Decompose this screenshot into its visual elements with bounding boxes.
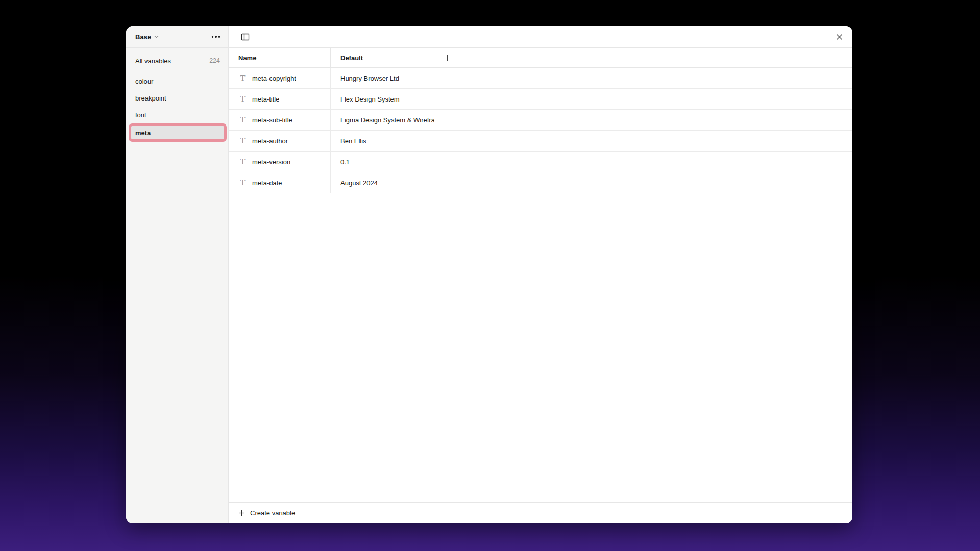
variable-name: meta-author [252,137,288,145]
add-mode-button[interactable] [440,51,454,64]
variable-default-value: Hungry Browser Ltd [340,74,399,82]
variable-name: meta-version [252,158,290,166]
table-row[interactable]: T meta-author Ben Ellis [229,131,852,152]
sidebar-item-breakpoint[interactable]: breakpoint [126,90,228,107]
all-variables-label: All variables [135,57,171,65]
variables-modal: Base All variables 224 colour [126,26,852,523]
create-variable-button[interactable]: Create variable [238,509,295,517]
desktop-background: { "collection": { "name": "Base", "more_… [0,0,980,551]
variable-name: meta-title [252,95,279,103]
close-icon [836,34,843,40]
variable-name: meta-sub-title [252,116,292,124]
column-header-name: Name [229,48,331,67]
variable-name: meta-copyright [252,74,296,82]
variable-default-value: August 2024 [340,179,378,187]
variable-default-value: Figma Design System & Wirefram [340,116,434,124]
sidebar-header: Base [126,26,228,48]
string-type-icon: T [238,116,247,124]
column-header-default: Default [331,48,434,67]
collection-name: Base [135,33,151,41]
plus-icon [444,55,451,61]
string-type-icon: T [238,179,247,187]
sidebar-item-font[interactable]: font [126,107,228,123]
chevron-down-icon [154,35,159,38]
variables-sidebar: Base All variables 224 colour [126,26,229,523]
string-type-icon: T [238,137,247,145]
panel-toggle-icon [241,33,250,41]
toggle-sidebar-button[interactable] [238,30,252,44]
sidebar-list: All variables 224 colour breakpoint font… [126,48,228,142]
sidebar-item-all-variables[interactable]: All variables 224 [126,52,228,70]
table-row[interactable]: T meta-version 0.1 [229,152,852,172]
variables-table: Name Default T meta-copyright [229,48,852,193]
table-row[interactable]: T meta-copyright Hungry Browser Ltd [229,68,852,89]
variables-main-panel: Name Default T meta-copyright [229,26,852,523]
sidebar-item-meta[interactable]: meta [129,123,227,142]
table-empty-area [229,193,852,502]
ellipsis-icon [212,36,214,38]
plus-icon [238,510,245,516]
sidebar-item-colour[interactable]: colour [126,73,228,90]
table-row[interactable]: T meta-title Flex Design System [229,89,852,110]
footer: Create variable [229,502,852,523]
more-options-button[interactable] [211,33,222,41]
table-row[interactable]: T meta-sub-title Figma Design System & W… [229,110,852,131]
table-header-row: Name Default [229,48,852,68]
variable-name: meta-date [252,179,282,187]
toolbar [229,26,852,48]
table-row[interactable]: T meta-date August 2024 [229,172,852,193]
string-type-icon: T [238,74,247,82]
string-type-icon: T [238,95,247,103]
collection-dropdown[interactable]: Base [135,33,159,41]
close-button[interactable] [832,30,846,44]
string-type-icon: T [238,158,247,166]
sidebar-groups: colour breakpoint font meta [126,73,228,142]
variable-default-value: Ben Ellis [340,137,366,145]
variable-default-value: Flex Design System [340,95,400,103]
create-variable-label: Create variable [250,509,295,517]
variable-default-value: 0.1 [340,158,350,166]
all-variables-count: 224 [209,57,220,64]
